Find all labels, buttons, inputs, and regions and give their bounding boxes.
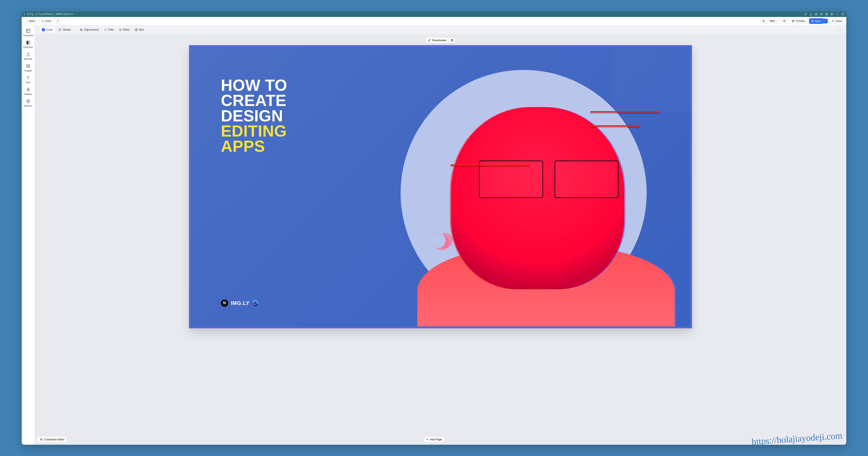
save-button[interactable]: Save xyxy=(809,18,823,24)
svg-rect-5 xyxy=(841,13,844,15)
svg-point-28 xyxy=(40,439,41,439)
ctx-stroke[interactable]: Stroke xyxy=(56,27,73,33)
svg-point-22 xyxy=(82,30,82,31)
headline-line: EDITING xyxy=(221,123,287,139)
url-text: http://localhost:3000/editor xyxy=(27,12,74,16)
svg-point-23 xyxy=(136,29,136,30)
zoom-out-icon xyxy=(762,20,765,23)
stickers-icon xyxy=(26,99,31,104)
placeholder-toolbar: Placeholder xyxy=(426,37,455,44)
svg-point-27 xyxy=(41,438,42,439)
url-bar: i http://localhost:3000/editor xyxy=(22,11,846,17)
settings-icon[interactable] xyxy=(830,12,833,16)
ctx-blur[interactable]: Blur xyxy=(132,27,146,33)
sidebar-label: Text xyxy=(26,81,30,84)
headline-line: APPS xyxy=(221,139,287,154)
redo-button[interactable] xyxy=(55,19,61,24)
ctx-label: Filter xyxy=(108,28,114,31)
sidebar-item-elements[interactable]: Elements xyxy=(22,38,34,50)
ctx-filter[interactable]: Filter xyxy=(102,27,116,33)
svg-point-14 xyxy=(27,88,29,89)
sidebar-label: Templates xyxy=(23,34,33,37)
sidebar-item-templates[interactable]: Templates xyxy=(22,27,34,38)
text-icon xyxy=(26,75,31,80)
back-label: Back xyxy=(29,20,35,23)
sync-icon[interactable] xyxy=(835,12,839,16)
fx-icon: fx xyxy=(119,28,122,31)
sidebar-label: Shapes xyxy=(24,93,32,95)
nextjs-logo-icon: N xyxy=(221,300,228,307)
svg-rect-0 xyxy=(815,13,817,15)
duplicate-button[interactable] xyxy=(449,37,455,43)
customize-editor-button[interactable]: Customize Editor xyxy=(37,436,67,443)
svg-rect-15 xyxy=(27,90,29,91)
sidebar-item-uploads[interactable]: Uploads xyxy=(22,50,34,61)
save-icon xyxy=(811,20,814,22)
close-label: Close xyxy=(835,20,842,23)
headline-line: CREATE xyxy=(221,93,287,108)
zoom-level-select[interactable]: 55% xyxy=(768,19,780,24)
headline-line: DESIGN xyxy=(221,108,287,123)
sidebar-label: Uploads xyxy=(24,58,32,60)
templates-icon xyxy=(26,28,31,33)
redo-icon xyxy=(57,20,59,22)
sidebar-item-images[interactable]: Images xyxy=(22,62,34,73)
ctx-label: Blur xyxy=(139,28,144,31)
svg-rect-12 xyxy=(27,64,30,67)
workarea: Templates Elements Uploads Images Text S… xyxy=(22,25,846,445)
sidebar-item-stickers[interactable]: Stickers xyxy=(22,97,34,108)
sidebar-item-shapes[interactable]: Shapes xyxy=(22,85,34,96)
camera-icon[interactable] xyxy=(815,12,818,16)
rings-decor xyxy=(431,233,446,248)
upload-icon xyxy=(26,52,31,57)
stroke-icon xyxy=(58,28,62,31)
canvas-area[interactable]: Placeholder xyxy=(35,34,846,445)
context-toolbar: Color Stroke Adjustments Filter fx E xyxy=(35,25,846,34)
sliders-icon xyxy=(40,438,42,441)
images-icon xyxy=(26,64,31,68)
panel-icon[interactable] xyxy=(841,12,844,16)
info-icon[interactable]: i xyxy=(24,12,25,16)
ctx-adjustments[interactable]: Adjustments xyxy=(78,27,101,33)
sidebar-label: Stickers xyxy=(24,105,32,107)
placeholder-button[interactable]: Placeholder xyxy=(426,37,448,43)
svg-rect-9 xyxy=(26,29,30,33)
sidebar-item-text[interactable]: Text xyxy=(22,74,34,85)
svg-point-21 xyxy=(81,29,81,30)
glitch-bar xyxy=(451,164,530,166)
ctx-color[interactable]: Color xyxy=(39,27,55,33)
save-label: Save xyxy=(815,20,821,23)
undo-button[interactable]: Undo xyxy=(39,18,53,24)
back-button[interactable]: Back xyxy=(24,18,37,24)
download-icon[interactable] xyxy=(809,12,812,16)
link-icon[interactable] xyxy=(804,12,807,16)
svg-point-16 xyxy=(27,99,30,103)
preview-button[interactable]: Preview xyxy=(789,18,807,24)
ctx-effect[interactable]: fx Effect xyxy=(117,27,132,33)
top-toolbar: Back Undo 55% xyxy=(22,17,846,25)
svg-point-4 xyxy=(831,14,832,15)
add-page-button[interactable]: Add Page xyxy=(424,436,444,443)
svg-point-20 xyxy=(82,29,82,29)
save-dropdown-button[interactable] xyxy=(823,19,828,24)
add-page-label: Add Page xyxy=(430,438,442,441)
svg-point-24 xyxy=(135,29,137,30)
customize-label: Customize Editor xyxy=(44,438,64,441)
imgly-logo-text: IMG.LY xyxy=(231,300,250,306)
svg-point-29 xyxy=(42,440,42,440)
placeholder-label: Placeholder xyxy=(432,39,446,42)
sidebar-label: Images xyxy=(24,69,32,72)
undo-label: Undo xyxy=(45,20,51,23)
mail-icon[interactable] xyxy=(820,12,823,16)
close-button[interactable]: Close xyxy=(830,18,844,24)
ctx-label: Stroke xyxy=(63,28,71,31)
zoom-in-button[interactable] xyxy=(781,18,788,24)
selected-page[interactable]: HOW TO CREATE DESIGN EDITING APPS N IMG.… xyxy=(189,45,692,328)
sliders-icon xyxy=(80,28,83,31)
zoom-out-button[interactable] xyxy=(761,18,767,24)
globe-icon[interactable] xyxy=(825,12,828,16)
ctx-label: Effect xyxy=(123,28,129,31)
shapes-icon xyxy=(26,87,31,92)
more-options-button[interactable]: ⋯ xyxy=(836,27,844,33)
save-group: Save xyxy=(809,18,828,24)
